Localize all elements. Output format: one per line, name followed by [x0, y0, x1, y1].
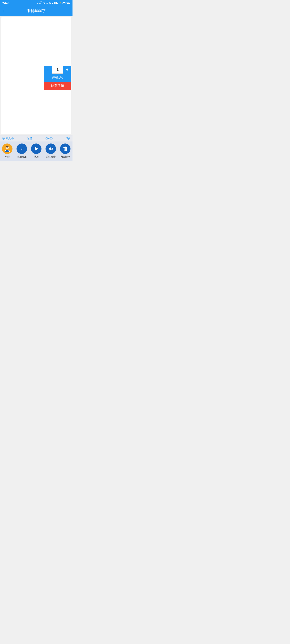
action-bar: 小燕 ♪ 添加音乐 播放 语速音量: [0, 142, 73, 162]
volume-label: 语速音量: [46, 155, 56, 158]
network-type-2: 4G: [49, 2, 52, 4]
pause-controls: - 1 + 停顿1秒 隐藏停顿: [44, 66, 71, 90]
status-right: 0.30KB/S 4G 4G HD ⚡ 100: [37, 1, 70, 5]
char-count: 0字: [66, 137, 70, 140]
back-button[interactable]: ‹: [2, 7, 6, 15]
decrement-button[interactable]: -: [44, 66, 52, 74]
network-speed: 0.30KB/S: [37, 1, 42, 5]
delete-icon: [60, 144, 71, 154]
svg-text:♪: ♪: [21, 146, 23, 151]
status-time: 02:33: [3, 2, 9, 4]
music-label: 添加音乐: [17, 155, 27, 158]
font-size-button[interactable]: 字体大小: [3, 137, 14, 140]
signal-icon-1: [46, 2, 48, 4]
music-icon: ♪: [17, 144, 27, 154]
svg-marker-6: [35, 147, 38, 150]
action-item-delete[interactable]: 内容清空: [60, 144, 71, 158]
action-item-play[interactable]: 播放: [31, 144, 42, 158]
status-bar: 02:33 0.30KB/S 4G 4G HD ⚡ 100: [0, 0, 73, 6]
play-label: 播放: [34, 155, 39, 158]
avatar-icon: [2, 144, 13, 154]
bottom-toolbar: 字体大小 怪音 00:00 0字: [0, 135, 73, 142]
counter-row: - 1 +: [44, 66, 71, 74]
hide-pause-button[interactable]: 隐藏停顿: [44, 82, 71, 90]
hd-badge: HD: [55, 2, 58, 4]
pause-second-button[interactable]: 停顿1秒: [44, 74, 71, 82]
bolt-icon: ⚡: [59, 2, 61, 4]
delete-label: 内容清空: [60, 155, 70, 158]
volume-icon: [46, 144, 56, 154]
action-item-avatar[interactable]: 小燕: [2, 144, 13, 158]
svg-rect-9: [64, 147, 67, 148]
svg-marker-7: [49, 147, 51, 150]
page-title: 限制4000字: [27, 8, 46, 13]
effect-button[interactable]: 怪音: [27, 137, 33, 140]
network-type-1: 4G: [42, 2, 45, 4]
svg-point-4: [6, 147, 7, 148]
counter-value: 1: [52, 66, 63, 74]
battery-icon: [62, 2, 66, 4]
battery-level: 100: [67, 2, 70, 4]
avatar-label: 小燕: [5, 155, 10, 158]
signal-icon-2: [52, 2, 55, 4]
nav-bar: ‹ 限制4000字: [0, 6, 73, 16]
action-item-music[interactable]: ♪ 添加音乐: [17, 144, 27, 158]
content-area[interactable]: - 1 + 停顿1秒 隐藏停顿: [1, 17, 71, 134]
increment-button[interactable]: +: [63, 66, 71, 74]
play-icon: [31, 144, 42, 154]
time-display: 00:00: [46, 137, 53, 140]
action-item-volume[interactable]: 语速音量: [46, 144, 56, 158]
